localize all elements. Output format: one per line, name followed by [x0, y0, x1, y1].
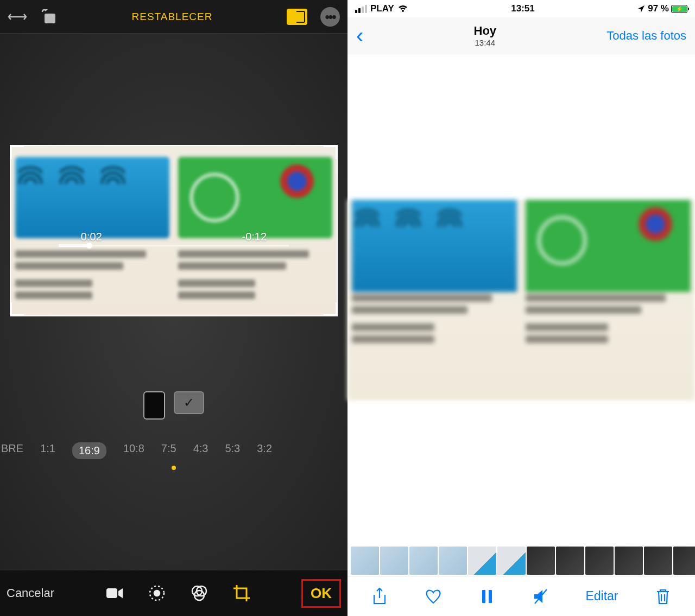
video-icon[interactable]: [105, 583, 124, 603]
crop-icon[interactable]: [232, 583, 251, 603]
elapsed-time: 0:02: [81, 231, 102, 243]
aspect-ratio-row: BRE 1:1 16:9 10:8 7:5 4:3 5:3 3:2: [0, 435, 348, 467]
time-overlay: 0:02 -0:12: [11, 231, 337, 243]
share-icon[interactable]: [370, 587, 389, 606]
photo-viewer[interactable]: [348, 54, 695, 545]
ratio-option[interactable]: 3:2: [257, 442, 272, 459]
ratio-option[interactable]: 5:3: [225, 442, 240, 459]
all-photos-button[interactable]: Todas las fotos: [606, 29, 686, 43]
editor-panel: RESTABLECER ••• 0:02 -0:12: [0, 0, 348, 616]
carrier-label: PLAY: [370, 3, 394, 14]
photos-nav-bar: ‹ Hoy 13:44 Todas las fotos: [348, 17, 695, 54]
filters-icon[interactable]: [189, 583, 209, 603]
aspect-ratio-button[interactable]: [287, 9, 307, 25]
photos-toolbar: Editar: [348, 576, 695, 616]
nav-title: Hoy 13:44: [474, 24, 497, 47]
flip-horizontal-icon[interactable]: [8, 9, 27, 24]
mute-icon[interactable]: [532, 587, 550, 606]
progress-bar[interactable]: [59, 245, 289, 246]
reset-button[interactable]: RESTABLECER: [132, 11, 213, 23]
adjust-icon[interactable]: [147, 583, 167, 603]
trash-icon[interactable]: [654, 587, 672, 606]
back-button[interactable]: ‹: [356, 23, 363, 48]
nav-time: 13:44: [474, 38, 497, 47]
wifi-icon: [397, 5, 408, 13]
ratio-option[interactable]: 10:8: [123, 442, 144, 459]
battery-pct: 97 %: [648, 3, 669, 14]
more-icon[interactable]: •••: [320, 7, 340, 27]
portrait-orientation-button[interactable]: [143, 391, 165, 420]
cancel-button[interactable]: Cancelar: [7, 586, 54, 600]
battery-indicator: 97 % ⚡: [637, 3, 687, 14]
rotate-icon[interactable]: [40, 8, 58, 26]
ratio-option-selected[interactable]: 16:9: [72, 442, 106, 459]
landscape-orientation-button[interactable]: ✓: [174, 391, 204, 414]
status-time: 13:51: [511, 3, 534, 14]
signal-icon: [355, 5, 367, 13]
svg-point-5: [154, 590, 160, 596]
photos-panel: PLAY 13:51 97 % ⚡ ‹ Hoy 13:44 Todas las …: [348, 0, 695, 616]
pause-icon[interactable]: [478, 587, 496, 606]
thumbnail-strip[interactable]: [348, 545, 695, 576]
nav-date: Hoy: [474, 24, 497, 38]
status-bar: PLAY 13:51 97 % ⚡: [348, 0, 695, 17]
location-icon: [637, 5, 646, 13]
ratio-option[interactable]: BRE: [1, 442, 23, 459]
ok-highlight: OK: [301, 579, 341, 608]
svg-rect-9: [482, 590, 485, 603]
editor-canvas: 0:02 -0:12 ✓ BRE 1:1 16:9 10:8 7:5 4:3 5…: [0, 34, 348, 570]
ratio-option[interactable]: 1:1: [40, 442, 55, 459]
remaining-time: -0:12: [242, 231, 267, 243]
svg-rect-1: [45, 14, 55, 23]
heart-icon[interactable]: [424, 587, 443, 606]
editor-top-bar: RESTABLECER •••: [0, 0, 348, 34]
orientation-row: ✓: [0, 391, 348, 420]
svg-rect-10: [489, 590, 492, 603]
svg-rect-2: [106, 588, 117, 598]
crop-frame[interactable]: 0:02 -0:12: [10, 145, 338, 316]
svg-marker-3: [118, 588, 123, 598]
editor-bottom-bar: Cancelar OK: [0, 570, 348, 616]
ratio-option[interactable]: 7:5: [161, 442, 176, 459]
crop-tab-indicator: [172, 466, 176, 470]
edit-button[interactable]: Editar: [585, 589, 618, 604]
ok-button[interactable]: OK: [304, 583, 338, 604]
ratio-option[interactable]: 4:3: [193, 442, 208, 459]
